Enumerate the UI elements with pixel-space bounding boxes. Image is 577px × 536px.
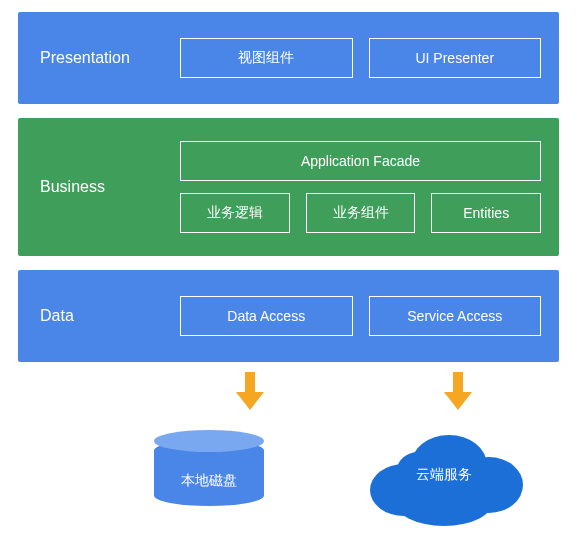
box-entities: Entities xyxy=(431,193,541,233)
box-biz-component: 业务组件 xyxy=(306,193,416,233)
arrow-down-icon xyxy=(444,372,472,410)
local-disk-icon: 本地磁盘 xyxy=(144,430,274,520)
data-layer: Data Data Access Service Access xyxy=(18,270,559,362)
presentation-layer: Presentation 视图组件 UI Presenter xyxy=(18,12,559,104)
presentation-content: 视图组件 UI Presenter xyxy=(180,38,559,78)
arrow-down-icon xyxy=(236,372,264,410)
business-layer: Business Application Facade 业务逻辑 业务组件 En… xyxy=(18,118,559,256)
data-content: Data Access Service Access xyxy=(180,296,559,336)
box-service-access: Service Access xyxy=(369,296,542,336)
cloud-service-icon: 云端服务 xyxy=(354,420,534,530)
business-content: Application Facade 业务逻辑 业务组件 Entities xyxy=(180,141,559,233)
storage-row: 本地磁盘 云端服务 xyxy=(18,420,559,530)
data-label: Data xyxy=(18,307,180,325)
box-biz-logic: 业务逻辑 xyxy=(180,193,290,233)
box-view-component: 视图组件 xyxy=(180,38,353,78)
business-label: Business xyxy=(18,178,180,196)
box-application-facade: Application Facade xyxy=(180,141,541,181)
arrow-row xyxy=(18,372,559,410)
cloud-service-label: 云端服务 xyxy=(416,466,472,484)
box-data-access: Data Access xyxy=(180,296,353,336)
local-disk-label: 本地磁盘 xyxy=(181,472,237,490)
presentation-label: Presentation xyxy=(18,49,180,67)
box-ui-presenter: UI Presenter xyxy=(369,38,542,78)
